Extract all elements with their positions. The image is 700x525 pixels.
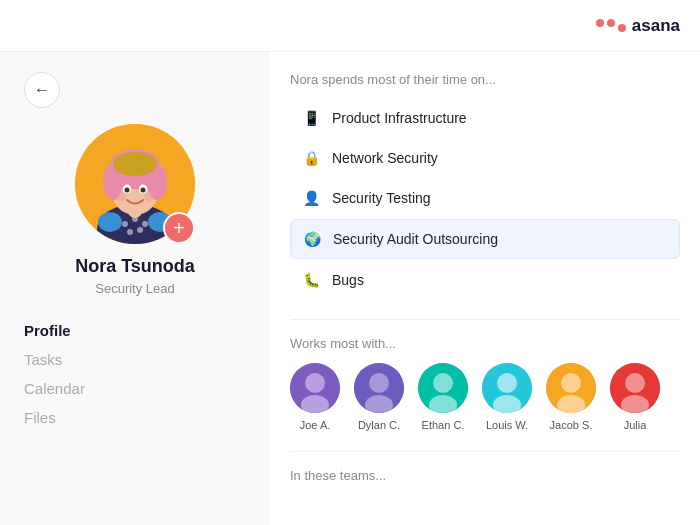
project-name-4: Security Audit Outsourcing [333,231,498,247]
collab-name-joe: Joe A. [300,419,331,431]
teams-section: In these teams... [290,468,680,483]
collab-joe[interactable]: Joe A. [290,363,340,431]
collab-ethan[interactable]: Ethan C. [418,363,468,431]
collab-name-julia: Julia [624,419,647,431]
svg-point-6 [137,227,143,233]
project-name-3: Security Testing [332,190,431,206]
svg-point-31 [497,373,517,393]
svg-point-4 [142,221,148,227]
sidebar-item-profile[interactable]: Profile [24,316,246,345]
project-icon-2: 🔒 [300,147,322,169]
sidebar-item-files[interactable]: Files [24,403,246,432]
svg-point-5 [127,229,133,235]
svg-point-28 [433,373,453,393]
sidebar-navigation: Profile Tasks Calendar Files [24,316,246,432]
main-layout: ← [0,52,700,525]
collab-louis[interactable]: Louis W. [482,363,532,431]
collab-avatar-louis [482,363,532,413]
collab-jacob[interactable]: Jacob S. [546,363,596,431]
project-item-1[interactable]: 📱 Product Infrastructure [290,99,680,137]
svg-point-17 [125,188,130,193]
teams-section-label: In these teams... [290,468,680,483]
svg-point-18 [141,188,146,193]
logo-dot-3 [618,24,626,32]
collab-avatar-julia [610,363,660,413]
collaborators-list: Joe A. Dylan C. [290,363,680,431]
sidebar: ← [0,52,270,525]
svg-point-7 [98,212,122,232]
svg-point-19 [116,192,126,202]
add-button[interactable]: + [163,212,195,244]
project-icon-5: 🐛 [300,269,322,291]
project-icon-1: 📱 [300,107,322,129]
logo-dot-2 [607,19,615,27]
project-name-1: Product Infrastructure [332,110,467,126]
top-bar: asana [0,0,700,52]
svg-point-14 [113,152,157,176]
svg-point-37 [625,373,645,393]
project-item-5[interactable]: 🐛 Bugs [290,261,680,299]
svg-point-25 [369,373,389,393]
svg-point-20 [144,192,154,202]
sidebar-item-tasks[interactable]: Tasks [24,345,246,374]
collab-avatar-jacob [546,363,596,413]
back-button[interactable]: ← [24,72,60,108]
project-item-3[interactable]: 👤 Security Testing [290,179,680,217]
divider-1 [290,319,680,320]
collab-name-jacob: Jacob S. [550,419,593,431]
collab-name-dylan: Dylan C. [358,419,400,431]
collab-julia[interactable]: Julia [610,363,660,431]
collab-avatar-joe [290,363,340,413]
collab-dylan[interactable]: Dylan C. [354,363,404,431]
project-icon-4: 🌍 [301,228,323,250]
svg-point-2 [122,221,128,227]
svg-point-34 [561,373,581,393]
user-role: Security Lead [24,281,246,296]
sidebar-item-calendar[interactable]: Calendar [24,374,246,403]
user-name: Nora Tsunoda [24,256,246,277]
works-with-section: Works most with... Joe A. [290,336,680,431]
avatar-container: + [75,124,195,244]
back-arrow-icon: ← [34,81,50,99]
collab-avatar-dylan [354,363,404,413]
project-name-2: Network Security [332,150,438,166]
asana-logo: asana [596,16,680,36]
project-item-2[interactable]: 🔒 Network Security [290,139,680,177]
works-section-label: Works most with... [290,336,680,351]
project-icon-3: 👤 [300,187,322,209]
collab-name-louis: Louis W. [486,419,528,431]
logo-dot-1 [596,19,604,27]
time-section-label: Nora spends most of their time on... [290,72,680,87]
collab-name-ethan: Ethan C. [422,419,465,431]
project-list: 📱 Product Infrastructure 🔒 Network Secur… [290,99,680,299]
collab-avatar-ethan [418,363,468,413]
right-panel: Nora spends most of their time on... 📱 P… [270,52,700,525]
divider-2 [290,451,680,452]
project-item-4[interactable]: 🌍 Security Audit Outsourcing [290,219,680,259]
asana-logo-dots [596,19,626,32]
plus-icon: + [173,218,185,238]
svg-point-22 [305,373,325,393]
logo-text: asana [632,16,680,36]
project-name-5: Bugs [332,272,364,288]
